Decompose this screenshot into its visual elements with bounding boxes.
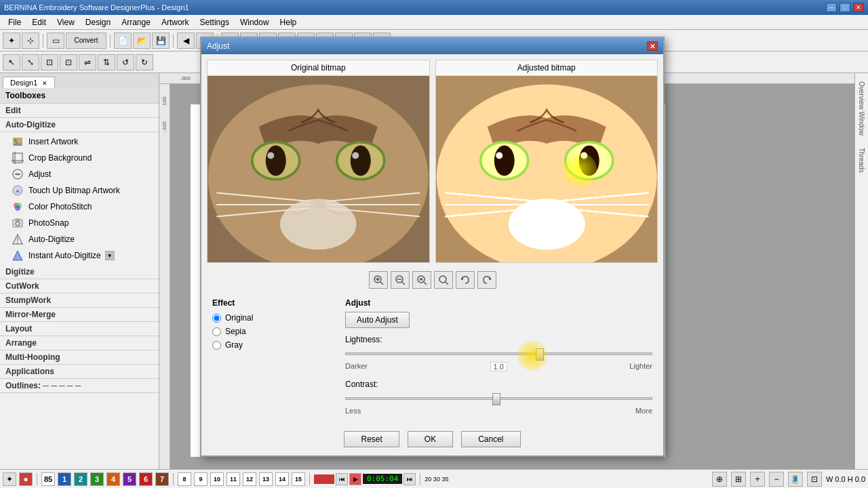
zoom-out-btn[interactable]: − <box>769 472 784 487</box>
status-sep1 <box>37 473 37 485</box>
sec-tool3[interactable]: ⊡ <box>41 54 58 70</box>
effect-original-radio[interactable] <box>212 314 221 323</box>
zoom-out-btn[interactable] <box>391 271 410 289</box>
tool-open[interactable]: 📂 <box>133 33 151 49</box>
status-num-11[interactable]: 11 <box>226 472 240 486</box>
cancel-button[interactable]: Cancel <box>461 431 520 447</box>
lightness-cursor-highlight <box>517 341 547 371</box>
tab-close[interactable]: ✕ <box>42 80 47 87</box>
tool-save[interactable]: 💾 <box>152 33 170 49</box>
zoom-fit-btn[interactable]: ⊞ <box>731 472 746 487</box>
tool-color-photostitch[interactable]: Color PhotoStitch <box>0 199 159 215</box>
svg-point-43 <box>578 146 599 176</box>
lightness-darker-label: Darker <box>345 362 368 371</box>
status-num-7[interactable]: 7 <box>155 472 169 486</box>
zoom-fit-btn[interactable] <box>412 271 431 289</box>
section-cutwork[interactable]: CutWork <box>0 279 159 293</box>
tool-node[interactable]: ⊹ <box>22 33 39 49</box>
tool-adjust[interactable]: Adjust <box>0 166 159 182</box>
play-backward-btn[interactable]: ⏮ <box>336 473 348 485</box>
effect-sepia-radio[interactable] <box>212 327 221 336</box>
status-num-3[interactable]: 3 <box>90 472 104 486</box>
tool-crop-background[interactable]: Crop Background <box>0 150 159 166</box>
status-num-13[interactable]: 13 <box>259 472 273 486</box>
zoom-actual-btn[interactable] <box>434 271 453 289</box>
tool-rect[interactable]: ▭ <box>47 33 64 49</box>
menu-arrange[interactable]: Arrange <box>116 16 156 28</box>
section-applications[interactable]: Applications <box>0 365 159 379</box>
maximize-button[interactable]: □ <box>840 3 850 12</box>
section-layout[interactable]: Layout <box>0 322 159 336</box>
sec-tool2[interactable]: ⤡ <box>22 54 39 70</box>
menu-edit[interactable]: Edit <box>26 16 52 28</box>
status-num-2[interactable]: 2 <box>74 472 87 486</box>
tab-design1[interactable]: Design1 ✕ <box>3 77 55 88</box>
reset-button[interactable]: Reset <box>344 431 399 447</box>
thread-btn1[interactable]: 🧵 <box>788 472 803 487</box>
close-button[interactable]: ✕ <box>853 3 864 12</box>
section-auto-digitize[interactable]: Auto-Digitize <box>0 118 159 132</box>
section-edit[interactable]: Edit <box>0 104 159 118</box>
section-mirror-merge[interactable]: Mirror-Merge <box>0 308 159 322</box>
undo-btn[interactable] <box>456 271 475 289</box>
tool-new[interactable]: 📄 <box>114 33 132 49</box>
sec-tool5[interactable]: ⇌ <box>79 54 96 70</box>
tool-prev[interactable]: ◀ <box>177 33 195 49</box>
status-num-14[interactable]: 14 <box>275 472 289 486</box>
play-forward-btn[interactable]: ⏭ <box>403 473 416 485</box>
lightness-row: Lightness: Darker 1.0 Lighter <box>345 335 652 371</box>
status-num-8[interactable]: 8 <box>178 472 191 486</box>
original-bitmap-panel: Original bitmap <box>207 60 430 263</box>
zoom-in-btn[interactable]: + <box>750 472 765 487</box>
section-digitize[interactable]: Digitize <box>0 265 159 279</box>
section-stumpwork[interactable]: StumpWork <box>0 293 159 308</box>
status-num-6[interactable]: 6 <box>139 472 153 486</box>
tool-instant-auto-digitize[interactable]: Instant Auto-Digitize ▼ <box>0 247 159 264</box>
section-arrange[interactable]: Arrange <box>0 336 159 350</box>
status-num-85[interactable]: 85 <box>41 472 55 486</box>
zoom-in-btn[interactable] <box>369 271 388 289</box>
sec-tool8[interactable]: ↻ <box>136 54 153 70</box>
tool-auto-digitize[interactable]: Auto-Digitize <box>0 231 159 247</box>
menu-design[interactable]: Design <box>80 16 116 28</box>
auto-adjust-button[interactable]: Auto Adjust <box>345 312 410 328</box>
redo-btn[interactable] <box>477 271 496 289</box>
minimize-button[interactable]: ─ <box>826 3 837 12</box>
convert-btn[interactable]: Convert <box>66 33 106 49</box>
status-num-15[interactable]: 15 <box>292 472 305 486</box>
menu-help[interactable]: Help <box>275 16 302 28</box>
tool-photosnap[interactable]: PhotoSnap <box>0 215 159 231</box>
status-num-10[interactable]: 10 <box>210 472 224 486</box>
auto-digitize-items: Insert Artwork Crop Background Adjust To… <box>0 132 159 265</box>
status-tool2[interactable]: ● <box>19 472 33 486</box>
sec-tool6[interactable]: ⇅ <box>98 54 115 70</box>
instant-auto-digitize-dropdown[interactable]: ▼ <box>105 251 115 260</box>
menu-window[interactable]: Window <box>235 16 275 28</box>
status-num-1[interactable]: 1 <box>58 472 71 486</box>
section-outlines[interactable]: Outlines: ─ ─ ─ ─ ─ <box>0 379 159 393</box>
sec-tool1[interactable]: ↖ <box>3 54 20 70</box>
tool-insert-artwork[interactable]: Insert Artwork <box>0 134 159 150</box>
contrast-track <box>345 397 652 400</box>
menu-settings[interactable]: Settings <box>195 16 235 28</box>
status-tool1[interactable]: ✦ <box>3 472 16 486</box>
menu-artwork[interactable]: Artwork <box>156 16 195 28</box>
tool-touch-up[interactable]: Touch Up Bitmap Artwork <box>0 182 159 199</box>
thread-btn2[interactable]: ⊡ <box>807 472 822 487</box>
menu-file[interactable]: File <box>3 16 26 28</box>
status-num-12[interactable]: 12 <box>243 472 256 486</box>
effect-gray-radio[interactable] <box>212 341 221 350</box>
status-num-5[interactable]: 5 <box>123 472 136 486</box>
ok-button[interactable]: OK <box>408 431 453 447</box>
tool-select[interactable]: ✦ <box>3 33 20 49</box>
menu-view[interactable]: View <box>52 16 80 28</box>
status-num-9[interactable]: 9 <box>194 472 208 486</box>
hoop-btn[interactable]: ⊕ <box>712 472 727 487</box>
sec-tool7[interactable]: ↺ <box>117 54 134 70</box>
contrast-thumb[interactable] <box>492 393 500 405</box>
status-num-4[interactable]: 4 <box>106 472 120 486</box>
play-btn[interactable]: ▶ <box>349 473 361 485</box>
dialog-close-button[interactable]: ✕ <box>647 41 658 51</box>
section-multi-hooping[interactable]: Multi-Hooping <box>0 350 159 365</box>
sec-tool4[interactable]: ⊡ <box>60 54 77 70</box>
